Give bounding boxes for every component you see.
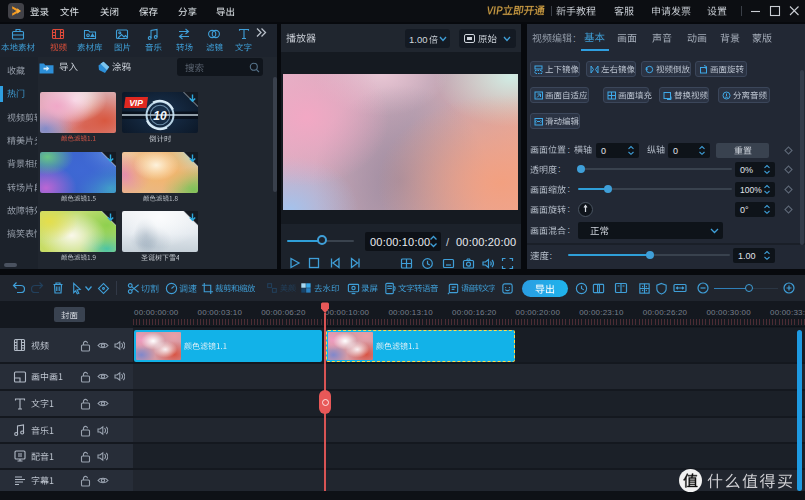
svg-text:10: 10 (153, 109, 167, 123)
svg-text:VIP: VIP (129, 97, 143, 107)
